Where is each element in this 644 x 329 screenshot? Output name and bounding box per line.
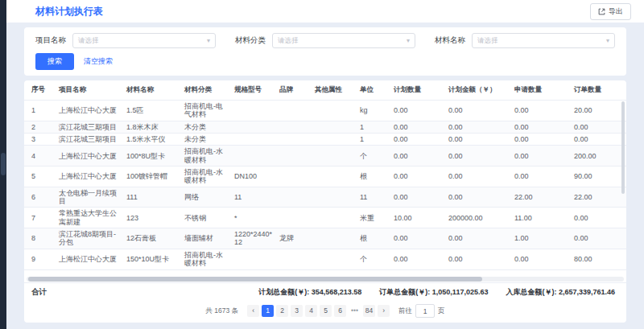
table-cell: 0.00: [625, 134, 626, 146]
next-page-button[interactable]: ›: [378, 305, 390, 317]
table-cell: 10772.10: [625, 167, 626, 187]
column-header: 规格型号: [231, 80, 276, 101]
table-cell: 130.00: [625, 101, 626, 121]
table-cell: *: [231, 208, 276, 228]
table-cell: 龙牌: [276, 228, 312, 249]
table-cell: 招商机电-水暖材料: [181, 167, 231, 187]
table-cell: [312, 101, 357, 121]
table-cell: [312, 208, 357, 228]
table-cell: 22.00: [511, 187, 571, 208]
page-button-2[interactable]: 2: [276, 305, 288, 317]
filter-select-3[interactable]: 请选择▾: [472, 33, 615, 48]
table-cell: 11: [357, 187, 390, 208]
table-cell: 0.00: [511, 121, 571, 133]
table-cell: [231, 101, 276, 121]
table-cell: 0.00: [445, 121, 511, 133]
filter-select-1[interactable]: 请选择▾: [72, 33, 216, 48]
table-cell: 0.00: [445, 187, 511, 208]
table-cell: 11.00: [511, 208, 571, 228]
table-cell: 滨江花城三期项目: [56, 121, 123, 133]
table-cell: [231, 249, 276, 269]
more-pages-button[interactable]: •••: [349, 305, 361, 317]
sidebar-expand-handle[interactable]: [1, 153, 6, 175]
filter-group: 材料分类请选择▾: [235, 33, 415, 48]
goto-page-input[interactable]: [415, 304, 435, 318]
table-header-row: 序号项目名称材料名称材料分类规格型号品牌其他属性单位计划数量计划金额（￥）申请数…: [24, 80, 626, 101]
table-cell: 150*10U型卡: [123, 249, 181, 269]
horizontal-scrollbar[interactable]: [27, 277, 624, 282]
table-cell: 0.00: [625, 208, 626, 228]
table-cell: 10.00: [390, 208, 445, 228]
horizontal-scrollbar-thumb[interactable]: [28, 277, 482, 282]
table-cell: 6: [24, 187, 56, 208]
prev-page-button[interactable]: ‹: [247, 305, 259, 317]
vertical-scrollbar[interactable]: [621, 101, 625, 194]
summary-item-value: 354,568,213.58: [312, 288, 362, 296]
table-cell: 0.00: [511, 249, 571, 269]
column-header: 项目名称: [56, 80, 123, 101]
table-cell: 0.00: [390, 146, 445, 167]
page-button-5[interactable]: 5: [320, 305, 332, 317]
table-cell: 0.00: [445, 249, 511, 269]
filter-select-2[interactable]: 请选择▾: [272, 33, 415, 48]
table-row: 3滨江花城三期项目1.5米水平仪未分类10.000.000.000.000.00: [24, 134, 626, 146]
column-header: 材料名称: [123, 80, 181, 101]
table-cell: 156.80: [625, 249, 626, 269]
table-cell: [276, 134, 312, 146]
page: 材料计划执行表 导出 项目名称请选择▾材料分类请选择▾材料名称请选择▾ 搜索 清…: [0, 0, 644, 329]
page-button-1[interactable]: 1: [262, 305, 274, 317]
table-cell: 米重: [357, 208, 390, 228]
table-cell: 1: [357, 121, 390, 133]
table-cell: [312, 228, 357, 249]
table-cell: 0.00: [390, 121, 445, 133]
table-cell: 0.00: [445, 134, 511, 146]
table-cell: 4: [24, 146, 56, 167]
summary-item-value: 2,657,339,761.46: [559, 288, 615, 296]
table-cell: 招商机电-水暖材料: [181, 249, 231, 269]
table-cell: [276, 208, 312, 228]
page-button-4[interactable]: 4: [305, 305, 317, 317]
table-cell: 招商机电-水暖材料: [181, 146, 231, 167]
pagination-total-count: 共 1673 条: [205, 306, 238, 316]
summary-item-label: 订单总金额(￥):: [379, 288, 432, 296]
column-header: 订单金额（￥）: [625, 80, 626, 101]
filter-panel: 项目名称请选择▾材料分类请选择▾材料名称请选择▾ 搜索 清空搜索: [24, 27, 626, 76]
table-cell: 1.5米水平仪: [123, 134, 181, 146]
column-header: 材料分类: [181, 80, 231, 101]
table-cell: 网络: [181, 187, 231, 208]
summary-items: 计划总金额(￥): 354,568,213.58订单总金额(￥): 1,050,…: [258, 287, 615, 298]
table-cell: 0.00: [390, 167, 445, 187]
page-button-6[interactable]: 6: [334, 305, 346, 317]
table-cell: 0.00: [511, 134, 571, 146]
table-row: 2滨江花城三期项目1.8米木床木分类10.000.000.000.000.00: [24, 121, 626, 133]
column-header: 序号: [24, 80, 56, 101]
table-cell: 0.00: [571, 228, 625, 249]
table-cell: 123: [123, 208, 181, 228]
table-cell: 滨江花城8期项目-分包: [56, 228, 123, 249]
search-button[interactable]: 搜索: [35, 53, 74, 70]
goto-page: 前往 页: [398, 304, 445, 318]
goto-page-prefix: 前往: [398, 306, 412, 316]
table-cell: kg: [357, 101, 390, 121]
table-cell: [276, 167, 312, 187]
materials-table: 序号项目名称材料名称材料分类规格型号品牌其他属性单位计划数量计划金额（￥）申请数…: [24, 80, 626, 270]
summary-item: 入库总金额(￥): 2,657,339,761.46: [506, 287, 615, 298]
filter-label: 项目名称: [35, 35, 66, 46]
table-cell: 根: [357, 167, 390, 187]
export-button[interactable]: 导出: [590, 3, 631, 20]
table-cell: 80.00: [571, 249, 625, 269]
filter-actions: 搜索 清空搜索: [35, 53, 615, 70]
table-cell: [231, 134, 276, 146]
page-button-3[interactable]: 3: [291, 305, 303, 317]
filter-row: 项目名称请选择▾材料分类请选择▾材料名称请选择▾: [35, 33, 615, 48]
summary-total-label: 合计: [31, 287, 47, 298]
table-row: 4上海松江中心大厦100*8U型卡招商机电-水暖材料个0.000.000.002…: [24, 146, 626, 167]
table-cell: 0.00: [390, 101, 445, 121]
table-cell: 1: [357, 134, 390, 146]
table-header: 序号项目名称材料名称材料分类规格型号品牌其他属性单位计划数量计划金额（￥）申请数…: [24, 80, 626, 101]
clear-search-button[interactable]: 清空搜索: [84, 56, 113, 67]
column-header: 品牌: [276, 80, 312, 101]
table-cell: 个: [357, 249, 390, 269]
page-button-84[interactable]: 84: [363, 305, 375, 317]
table-cell: 0.00: [625, 228, 626, 249]
